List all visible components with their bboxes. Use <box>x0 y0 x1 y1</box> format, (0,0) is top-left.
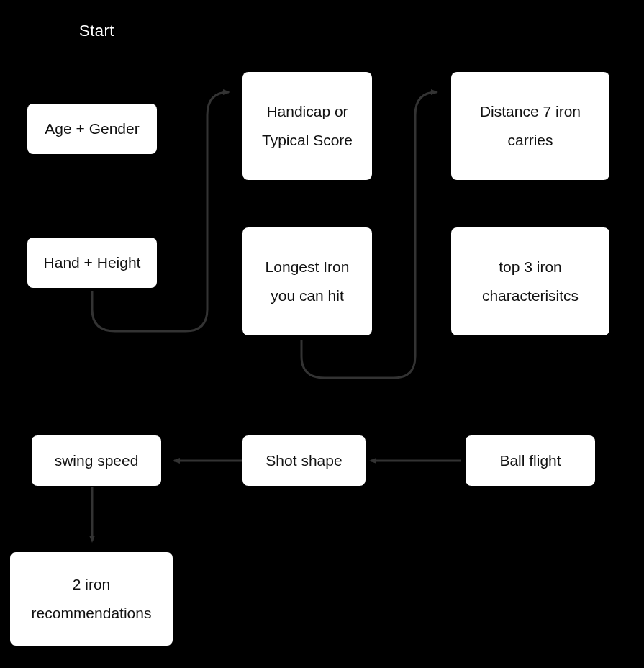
node-distance-7iron: Distance 7 iron carries <box>451 72 609 180</box>
node-recommendations: 2 iron recommendations <box>10 552 173 646</box>
node-label: 2 iron recommendations <box>20 570 163 628</box>
node-handicap: Handicap or Typical Score <box>242 72 372 180</box>
node-label: Handicap or Typical Score <box>253 97 362 155</box>
node-label: Age + Gender <box>45 114 139 143</box>
node-label: Shot shape <box>266 446 342 475</box>
node-swing-speed: swing speed <box>32 435 161 486</box>
node-label: Ball flight <box>499 446 561 475</box>
node-top3-chars: top 3 iron characterisitcs <box>451 227 609 335</box>
node-ball-flight: Ball flight <box>466 435 595 486</box>
node-label: top 3 iron characterisitcs <box>461 253 599 310</box>
node-longest-iron: Longest Iron you can hit <box>242 227 372 335</box>
node-label: swing speed <box>55 446 139 475</box>
start-label: Start <box>79 22 114 40</box>
node-label: Distance 7 iron carries <box>461 97 599 155</box>
node-label: Longest Iron you can hit <box>253 253 362 310</box>
node-label: Hand + Height <box>44 248 141 277</box>
node-hand-height: Hand + Height <box>27 238 157 288</box>
node-age-gender: Age + Gender <box>27 104 157 154</box>
node-shot-shape: Shot shape <box>242 435 366 486</box>
